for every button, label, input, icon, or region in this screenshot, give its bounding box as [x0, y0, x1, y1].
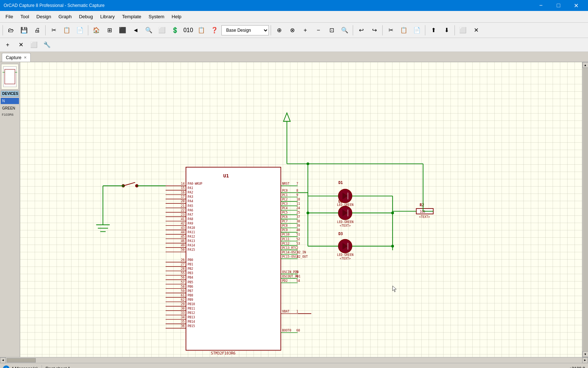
cut2-btn[interactable]: ✂	[384, 24, 397, 37]
toolbar-separator-1	[3, 25, 3, 35]
undo-btn[interactable]: ↩	[355, 24, 367, 37]
view-btn[interactable]: ⬜	[28, 39, 40, 51]
report-button[interactable]: 📋	[195, 24, 208, 37]
zoom-area-btn[interactable]: ⊡	[325, 24, 338, 37]
paste2-btn[interactable]: 📄	[411, 24, 423, 37]
sheet-name: Root sheet 1	[46, 366, 70, 368]
close-btn[interactable]: ✕	[470, 24, 482, 37]
add-btn[interactable]: +	[1, 39, 14, 51]
svg-text:20: 20	[181, 199, 185, 203]
panel-item-n[interactable]: N	[1, 98, 19, 104]
menu-item-design[interactable]: Design	[33, 12, 55, 21]
svg-text:29: 29	[181, 302, 185, 306]
design-dropdown[interactable]: Base Design	[221, 25, 269, 35]
menu-item-tool[interactable]: Tool	[17, 12, 33, 21]
svg-rect-4	[186, 167, 281, 350]
menu-item-debug[interactable]: Debug	[75, 12, 96, 21]
copy2-btn[interactable]: 📋	[398, 24, 410, 37]
status-separator	[42, 365, 42, 368]
svg-text:PA7: PA7	[187, 213, 193, 216]
scroll-up-arrow[interactable]: ▲	[583, 62, 588, 68]
h-scroll-thumb[interactable]	[7, 358, 36, 363]
svg-text:35: 35	[181, 320, 185, 323]
zoom-select-btn[interactable]: 🔍	[339, 24, 351, 37]
save-button[interactable]: 💾	[18, 24, 30, 37]
status-info: i 4 Message(s)	[3, 365, 38, 368]
svg-text:PC10: PC10	[282, 233, 289, 237]
title-bar: OrCAD Capture 8 Professional - Schematic…	[0, 0, 588, 11]
annotation-button[interactable]: 💲	[169, 24, 181, 37]
cut-button[interactable]: ✂	[47, 24, 60, 37]
svg-text:PC0: PC0	[282, 189, 287, 192]
scroll-down-arrow[interactable]: ▼	[583, 351, 588, 357]
svg-text:PC14-OSC32_IN: PC14-OSC32_IN	[282, 250, 306, 254]
svg-text:62: 62	[181, 298, 185, 302]
menu-item-system[interactable]: System	[145, 12, 168, 21]
close-button[interactable]: ✕	[568, 0, 584, 11]
svg-text:8: 8	[296, 189, 298, 192]
svg-text:15: 15	[181, 186, 185, 190]
title-controls: − □ ✕	[533, 0, 584, 11]
zoom-in-2[interactable]: +	[299, 24, 312, 37]
menu-item-library[interactable]: Library	[97, 12, 119, 21]
copy-button[interactable]: 📋	[61, 24, 73, 37]
svg-point-199	[306, 212, 309, 214]
svg-text:59: 59	[181, 289, 185, 293]
zoom-in-btn[interactable]: ⊕	[273, 24, 285, 37]
settings-btn[interactable]: 🔧	[41, 39, 53, 51]
help-button[interactable]: ❓	[208, 24, 221, 37]
svg-text:U1: U1	[223, 173, 229, 179]
svg-text:100: 100	[420, 210, 425, 214]
svg-text:42: 42	[181, 222, 185, 225]
menu-bar: FileToolDesignGraphDebugLibraryTemplateS…	[0, 11, 588, 23]
ic-button[interactable]: ⬛	[116, 24, 129, 37]
netlist-button[interactable]: 010	[182, 24, 194, 37]
menu-item-graph[interactable]: Graph	[55, 12, 75, 21]
menu-item-file[interactable]: File	[2, 12, 17, 21]
schematic-canvas[interactable]: U1 14 PA0-WKUP 15 PA1 16 PA2 17 PA3	[20, 62, 582, 357]
svg-text:46: 46	[181, 239, 185, 243]
tb-sep	[88, 25, 88, 35]
scroll-left-arrow[interactable]: ◄	[0, 357, 6, 363]
svg-text:45: 45	[181, 235, 185, 238]
tab-capture[interactable]: Capture ✕	[2, 53, 31, 62]
svg-text:PA1: PA1	[187, 186, 193, 190]
maximize-button[interactable]: □	[550, 0, 567, 11]
remove-btn[interactable]: ✕	[15, 39, 27, 51]
scroll-track[interactable]	[583, 68, 588, 351]
svg-text:PB5: PB5	[187, 280, 193, 284]
menu-item-help[interactable]: Help	[168, 12, 185, 21]
minimize-button[interactable]: −	[533, 0, 549, 11]
svg-text:R2: R2	[420, 203, 424, 207]
svg-text:D1: D1	[339, 181, 343, 185]
pop-btn[interactable]: ⬇	[440, 24, 453, 37]
push-btn[interactable]: ⬆	[427, 24, 440, 37]
panel-preview	[1, 64, 19, 89]
paste-button[interactable]: 📄	[74, 24, 86, 37]
panel-item-green[interactable]: GREEN	[1, 105, 19, 111]
right-scrollbar[interactable]: ▲ ▼	[582, 62, 588, 357]
scroll-right-arrow[interactable]: ►	[582, 357, 588, 363]
svg-text:25: 25	[296, 211, 300, 214]
back-button[interactable]: ◄	[129, 24, 142, 37]
svg-text:PB6: PB6	[187, 285, 193, 288]
svg-text:54: 54	[296, 279, 300, 283]
open-button[interactable]: 🗁	[5, 24, 17, 37]
hierarchy-button[interactable]: ⊞	[103, 24, 116, 37]
open-hier[interactable]: ⬜	[457, 24, 469, 37]
svg-text:PB14: PB14	[187, 320, 195, 323]
print-button[interactable]: 🖨	[31, 24, 43, 37]
zoom-out-btn[interactable]: −	[312, 24, 325, 37]
fit-button[interactable]: ⬜	[156, 24, 168, 37]
bottom-scrollbar[interactable]: ◄ ►	[0, 357, 588, 363]
svg-text:PB11: PB11	[187, 307, 195, 310]
redo-btn[interactable]: ↪	[368, 24, 380, 37]
svg-text:PA5: PA5	[187, 204, 193, 208]
svg-text:7: 7	[296, 182, 298, 185]
search-button[interactable]: 🔍	[143, 24, 155, 37]
home-button[interactable]: 🏠	[90, 24, 102, 37]
svg-text:58: 58	[181, 285, 185, 288]
tab-close-icon[interactable]: ✕	[24, 55, 27, 60]
fit-view-btn[interactable]: ⊗	[286, 24, 298, 37]
menu-item-template[interactable]: Template	[118, 12, 145, 21]
